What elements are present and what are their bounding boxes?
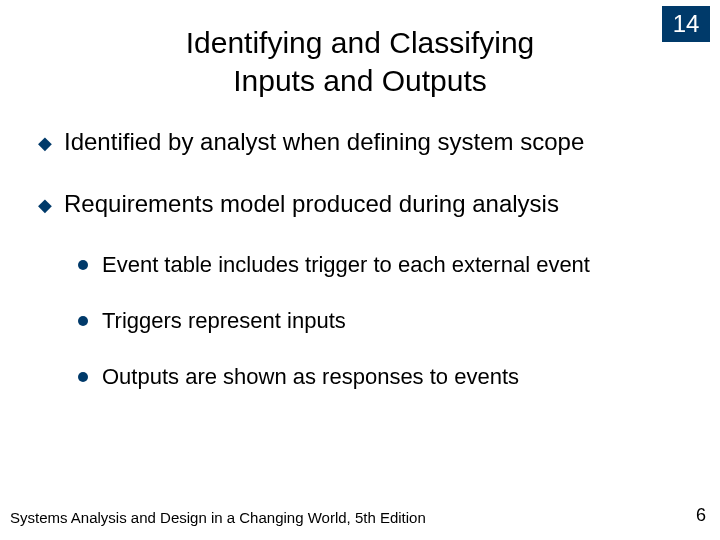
bullet-text: Outputs are shown as responses to events	[102, 364, 519, 390]
bullet-text: Event table includes trigger to each ext…	[102, 252, 590, 278]
dot-icon	[78, 260, 88, 270]
bullet-level2: Triggers represent inputs	[78, 308, 690, 334]
slide-title: Identifying and Classifying Inputs and O…	[0, 24, 720, 99]
dot-icon	[78, 316, 88, 326]
bullet-level1: ◆ Requirements model produced during ana…	[38, 190, 690, 218]
bullet-level2: Event table includes trigger to each ext…	[78, 252, 690, 278]
dot-icon	[78, 372, 88, 382]
page-number: 6	[696, 505, 706, 526]
slide: 14 Identifying and Classifying Inputs an…	[0, 0, 720, 540]
bullet-level2: Outputs are shown as responses to events	[78, 364, 690, 390]
footer-text: Systems Analysis and Design in a Changin…	[10, 509, 426, 526]
slide-body: ◆ Identified by analyst when defining sy…	[38, 128, 690, 398]
bullet-text: Requirements model produced during analy…	[64, 190, 559, 218]
bullet-text: Identified by analyst when defining syst…	[64, 128, 584, 156]
bullet-level1: ◆ Identified by analyst when defining sy…	[38, 128, 690, 156]
diamond-icon: ◆	[38, 132, 52, 154]
bullet-text: Triggers represent inputs	[102, 308, 346, 334]
diamond-icon: ◆	[38, 194, 52, 216]
